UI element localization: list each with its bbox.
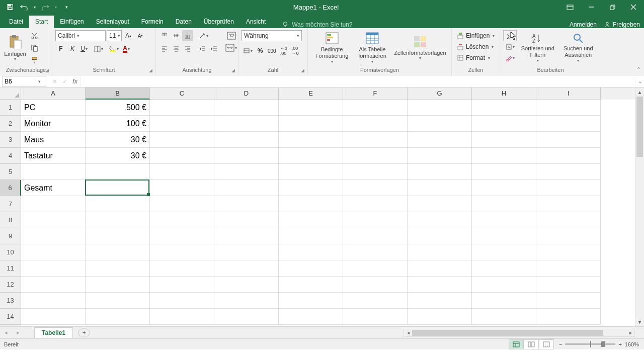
cell-H2[interactable]	[472, 116, 536, 132]
cell-E4[interactable]	[279, 148, 343, 164]
cell-A7[interactable]	[21, 196, 86, 212]
cell-E8[interactable]	[279, 212, 343, 228]
cell-C7[interactable]	[150, 196, 214, 212]
expand-formula-bar-icon[interactable]: ⌄	[635, 76, 644, 87]
cell-C11[interactable]	[150, 260, 214, 277]
qat-customize-icon[interactable]: ▾	[60, 1, 72, 13]
cell-D9[interactable]	[214, 228, 279, 244]
cell-B10[interactable]	[86, 244, 150, 260]
cell-A1[interactable]: PC	[21, 100, 86, 116]
cell-C12[interactable]	[150, 277, 214, 293]
cell-F12[interactable]	[343, 277, 408, 293]
cell-H7[interactable]	[472, 196, 536, 212]
insert-cells-button[interactable]: Einfügen▾	[455, 30, 497, 41]
cell-F14[interactable]	[343, 309, 408, 325]
cell-I14[interactable]	[536, 309, 601, 325]
cell-G3[interactable]	[408, 132, 472, 148]
number-format-combo[interactable]: Währung▾	[242, 30, 302, 41]
cell-C1[interactable]	[150, 100, 214, 116]
row-header-1[interactable]: 1	[0, 100, 21, 116]
cell-I1[interactable]	[536, 100, 601, 116]
cell-I8[interactable]	[536, 212, 601, 228]
fill-icon[interactable]: ▾	[503, 41, 517, 52]
cell-H1[interactable]	[472, 100, 536, 116]
zoom-slider[interactable]	[565, 343, 615, 345]
cell-C10[interactable]	[150, 244, 214, 260]
cell-A8[interactable]	[21, 212, 86, 228]
cell-H5[interactable]	[472, 164, 536, 180]
cell-I5[interactable]	[536, 164, 601, 180]
cell-I7[interactable]	[536, 196, 601, 212]
alignment-launcher-icon[interactable]: ◢	[231, 68, 235, 73]
cell-A9[interactable]	[21, 228, 86, 244]
italic-button[interactable]: K	[67, 43, 78, 54]
cell-G6[interactable]	[408, 180, 472, 196]
page-break-view-icon[interactable]	[539, 339, 554, 349]
format-painter-icon[interactable]	[28, 54, 40, 65]
cell-E7[interactable]	[279, 196, 343, 212]
cell-D7[interactable]	[214, 196, 279, 212]
cell-F1[interactable]	[343, 100, 408, 116]
cell-F3[interactable]	[343, 132, 408, 148]
cell-D1[interactable]	[214, 100, 279, 116]
cell-D2[interactable]	[214, 116, 279, 132]
clear-icon[interactable]: ▾	[503, 52, 517, 63]
cell-D12[interactable]	[214, 277, 279, 293]
cell-A12[interactable]	[21, 277, 86, 293]
font-launcher-icon[interactable]: ◢	[149, 68, 152, 73]
undo-icon[interactable]	[18, 1, 30, 13]
cell-I13[interactable]	[536, 293, 601, 309]
cell-F8[interactable]	[343, 212, 408, 228]
cell-A4[interactable]: Tastatur	[21, 148, 86, 164]
cell-E2[interactable]	[279, 116, 343, 132]
decrease-font-icon[interactable]: A▾	[135, 30, 146, 41]
cell-F13[interactable]	[343, 293, 408, 309]
underline-button[interactable]: U▾	[78, 43, 90, 54]
cell-B1[interactable]: 500 €	[86, 100, 150, 116]
tab-daten[interactable]: Daten	[170, 16, 198, 28]
cell-C9[interactable]	[150, 228, 214, 244]
cell-styles-button[interactable]: Zellenformatvorlagen▾	[392, 30, 448, 65]
cell-E11[interactable]	[279, 260, 343, 277]
clipboard-launcher-icon[interactable]: ◢	[45, 68, 49, 73]
cell-E6[interactable]	[279, 180, 343, 196]
cell-B7[interactable]	[86, 196, 150, 212]
orientation-icon[interactable]: ▾	[197, 30, 210, 41]
redo-icon[interactable]	[39, 1, 51, 13]
cell-H3[interactable]	[472, 132, 536, 148]
sheet-nav-prev-icon[interactable]: ◂	[0, 329, 12, 336]
align-left-icon[interactable]	[159, 43, 170, 54]
name-box[interactable]: ▾	[2, 76, 46, 87]
cell-D3[interactable]	[214, 132, 279, 148]
column-header-D[interactable]: D	[214, 87, 279, 100]
cell-G12[interactable]	[408, 277, 472, 293]
cell-I3[interactable]	[536, 132, 601, 148]
row-header-13[interactable]: 13	[0, 293, 21, 309]
font-name-combo[interactable]: Calibri▾	[55, 30, 106, 41]
cell-A13[interactable]	[21, 293, 86, 309]
cell-D5[interactable]	[214, 164, 279, 180]
cell-H9[interactable]	[472, 228, 536, 244]
row-header-2[interactable]: 2	[0, 116, 21, 132]
horizontal-scrollbar[interactable]: ◂ ▸	[404, 329, 635, 337]
cell-I2[interactable]	[536, 116, 601, 132]
cell-B13[interactable]	[86, 293, 150, 309]
cell-C3[interactable]	[150, 132, 214, 148]
bold-button[interactable]: F	[55, 43, 66, 54]
row-header-6[interactable]: 6	[0, 180, 21, 196]
cell-I11[interactable]	[536, 260, 601, 277]
cell-I12[interactable]	[536, 277, 601, 293]
row-header-14[interactable]: 14	[0, 309, 21, 325]
cell-C8[interactable]	[150, 212, 214, 228]
cell-E5[interactable]	[279, 164, 343, 180]
tab-ueberpruefen[interactable]: Überprüfen	[198, 16, 240, 28]
align-center-icon[interactable]	[171, 43, 182, 54]
cell-F2[interactable]	[343, 116, 408, 132]
conditional-formatting-button[interactable]: Bedingte Formatierung▾	[311, 30, 353, 65]
cell-D4[interactable]	[214, 148, 279, 164]
cell-B6[interactable]	[86, 180, 150, 196]
cell-A6[interactable]: Gesamt	[21, 180, 86, 196]
row-header-8[interactable]: 8	[0, 212, 21, 228]
paste-button[interactable]: Einfügen ▾	[3, 30, 27, 65]
cell-G2[interactable]	[408, 116, 472, 132]
